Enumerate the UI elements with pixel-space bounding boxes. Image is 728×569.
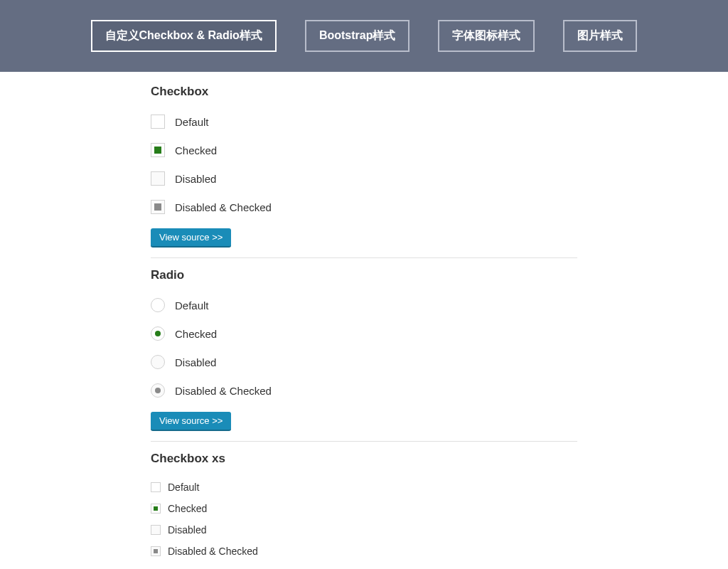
radio-checked[interactable]: [151, 326, 165, 341]
checkbox-xs-default-row[interactable]: Default: [151, 482, 577, 493]
checkbox-xs-disabled-row: Disabled: [151, 524, 577, 536]
radio-default-label: Default: [175, 299, 209, 312]
radio-disabled-checked-label: Disabled & Checked: [175, 385, 272, 397]
checkbox-xs-section: Checkbox xs Default Checked Disabled Dis…: [151, 452, 577, 569]
radio-default[interactable]: [151, 298, 165, 312]
radio-checked-row[interactable]: Checked: [151, 326, 577, 341]
checkbox-checked-row[interactable]: Checked: [151, 143, 577, 157]
checkbox-default-row[interactable]: Default: [151, 115, 577, 129]
checkbox-disabled-checked-row: Disabled & Checked: [151, 200, 577, 214]
radio-disabled-label: Disabled: [175, 356, 216, 368]
checkbox-xs-section-title: Checkbox xs: [151, 452, 577, 466]
checkbox-xs-disabled-checked-label: Disabled & Checked: [168, 546, 258, 557]
radio-disabled: [151, 355, 165, 369]
checkbox-xs-disabled: [151, 525, 161, 535]
checkbox-checked-label: Checked: [175, 144, 217, 156]
checkbox-xs-default-label: Default: [168, 482, 199, 493]
checkbox-view-source-button[interactable]: View source >>: [151, 228, 231, 248]
checkbox-xs-default[interactable]: [151, 482, 161, 492]
checkbox-disabled-checked: [151, 200, 165, 214]
checkbox-xs-checked-label: Checked: [168, 503, 207, 514]
radio-section: Radio Default Checked Disabled Disabled …: [151, 268, 577, 442]
radio-default-row[interactable]: Default: [151, 298, 577, 312]
main-content: Checkbox Default Checked Disabled Disabl…: [151, 72, 577, 569]
radio-disabled-checked-row: Disabled & Checked: [151, 383, 577, 398]
checkbox-section-title: Checkbox: [151, 85, 577, 99]
checkbox-xs-disabled-checked-row: Disabled & Checked: [151, 546, 577, 557]
checkbox-xs-disabled-label: Disabled: [168, 524, 206, 536]
checkbox-xs-checked-row[interactable]: Checked: [151, 503, 577, 514]
radio-disabled-checked: [151, 383, 165, 398]
checkbox-disabled-label: Disabled: [175, 173, 216, 185]
nav-bootstrap-style[interactable]: Bootstrap样式: [305, 20, 410, 52]
checkbox-disabled-row: Disabled: [151, 171, 577, 186]
nav-custom-style[interactable]: 自定义Checkbox & Radio样式: [91, 20, 277, 52]
checkbox-disabled-checked-label: Disabled & Checked: [175, 201, 272, 213]
radio-disabled-row: Disabled: [151, 355, 577, 369]
header-nav: 自定义Checkbox & Radio样式 Bootstrap样式 字体图标样式…: [0, 0, 728, 72]
checkbox-default-label: Default: [175, 116, 209, 128]
nav-image-style[interactable]: 图片样式: [563, 20, 637, 52]
checkbox-disabled: [151, 171, 165, 186]
radio-section-title: Radio: [151, 268, 577, 282]
checkbox-checked[interactable]: [151, 143, 165, 157]
radio-view-source-button[interactable]: View source >>: [151, 412, 231, 431]
checkbox-section: Checkbox Default Checked Disabled Disabl…: [151, 85, 577, 258]
nav-font-icon-style[interactable]: 字体图标样式: [438, 20, 535, 52]
radio-checked-label: Checked: [175, 328, 217, 340]
checkbox-default[interactable]: [151, 115, 165, 129]
checkbox-xs-disabled-checked: [151, 546, 161, 556]
checkbox-xs-checked[interactable]: [151, 504, 161, 514]
